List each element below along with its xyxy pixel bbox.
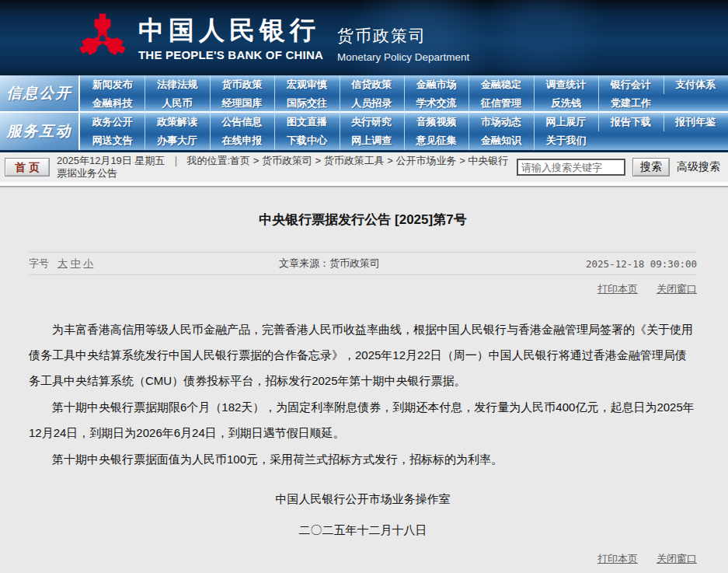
search-input[interactable] [517,159,625,176]
article-datetime: 2025-12-18 09:30:00 [586,258,697,270]
page-actions-bottom: 打印本页 关闭窗口 [29,552,697,566]
nav-item[interactable]: 国际交往 [274,94,339,113]
nav-item[interactable]: 网上展厅 [534,113,598,131]
signature-office: 中国人民银行公开市场业务操作室 [29,491,697,507]
nav-item[interactable]: 征信管理 [468,94,533,113]
breadcrumb-link[interactable]: 首页 [230,155,250,166]
nav-section-label[interactable]: 信息公开 [0,75,80,111]
site-header: 中国人民银行 THE PEOPLE'S BANK OF CHINA 货币政策司 … [0,0,728,75]
nav-item[interactable]: 市场动态 [468,113,533,131]
home-button[interactable]: 首 页 [5,158,50,176]
font-size-large[interactable]: 大 [57,257,68,269]
article-meta-bar: 字号大 中 小 文章来源：货币政策司 2025-12-18 09:30:00 [29,252,697,275]
article-paragraph: 第十期中央银行票据期限6个月（182天），为固定利率附息债券，到期还本付息，发行… [29,394,697,445]
nav-item[interactable]: 办事大厅 [145,131,209,150]
nav-item[interactable]: 网上调查 [340,131,404,150]
bank-name-block: 中国人民银行 THE PEOPLE'S BANK OF CHINA [138,15,323,61]
nav-item[interactable]: 网送文告 [80,131,145,150]
nav-item[interactable]: 银行会计 [598,75,663,94]
nav-item[interactable]: 信贷政策 [340,75,404,94]
article-paragraph: 为丰富香港高信用等级人民币金融产品，完善香港人民币收益率曲线，根据中国人民银行与… [29,316,697,393]
source-label: 文章来源： [279,257,329,269]
breadcrumb-link[interactable]: 货币政策司 [262,155,312,166]
nav-item[interactable]: 学术交流 [404,94,468,113]
article-body: 为丰富香港高信用等级人民币金融产品，完善香港人民币收益率曲线，根据中国人民银行与… [29,316,697,472]
close-link[interactable]: 关闭窗口 [657,552,697,566]
search-group: 搜索 高级搜索 [517,158,720,176]
date-separator: ｜ [168,155,183,166]
nav-item[interactable]: 下载中心 [274,131,339,150]
signature-date: 二〇二五年十二月十八日 [29,522,697,538]
nav-grid: 新闻发布法律法规货币政策宏观审慎信贷政策金融市场金融稳定调查统计银行会计支付体系… [80,75,728,111]
article-paragraph: 第十期中央银行票据面值为人民币100元，采用荷兰式招标方式发行，招标标的为利率。 [29,446,697,472]
page: 中国人民银行 THE PEOPLE'S BANK OF CHINA 货币政策司 … [0,0,728,573]
article-source: 文章来源：货币政策司 [279,257,586,271]
font-size-links: 大 中 小 [57,257,93,271]
toolbar-divider [0,182,728,187]
nav-item[interactable]: 金融稳定 [468,75,533,94]
print-link[interactable]: 打印本页 [597,282,638,296]
department-name-en: Monetary Policy Department [337,51,469,63]
nav-item[interactable]: 政策解读 [145,113,209,131]
print-link[interactable]: 打印本页 [597,552,638,566]
nav-section-label[interactable]: 服务互动 [0,113,80,150]
font-size-label: 字号 [29,257,49,271]
nav-item[interactable]: 法律法规 [145,75,209,94]
nav-item[interactable]: 宏观审慎 [274,75,339,94]
pboc-logo-icon [78,8,127,68]
nav-item[interactable]: 货币政策 [210,75,274,94]
nav-item[interactable]: 图文直播 [274,113,339,131]
nav-item[interactable]: 公告信息 [210,113,274,131]
font-size-controls: 字号大 中 小 [29,257,279,271]
source-value: 货币政策司 [329,257,380,269]
nav-item[interactable]: 反洗钱 [534,94,598,113]
nav-item[interactable]: 人民币 [145,94,209,113]
nav-item[interactable]: 金融知识 [468,131,533,150]
close-link[interactable]: 关闭窗口 [657,282,697,296]
bank-name-en: THE PEOPLE'S BANK OF CHINA [138,48,323,61]
nav-grid: 政务公开政策解读公告信息图文直播央行研究音频视频市场动态网上展厅报告下载报刊年鉴… [80,113,728,150]
nav-item[interactable]: 金融市场 [404,75,468,94]
nav-item[interactable]: 关于我们 [534,131,598,150]
nav-item[interactable]: 报刊年鉴 [664,113,728,131]
nav-item[interactable]: 在线申报 [210,131,274,150]
font-size-medium[interactable]: 中 [71,257,81,269]
article-title: 中央银行票据发行公告 [2025]第7号 [29,211,697,229]
font-size-small[interactable]: 小 [83,257,93,269]
advanced-search-link[interactable]: 高级搜索 [677,160,720,174]
department-block: 货币政策司 Monetary Policy Department [337,12,469,63]
nav-item[interactable]: 金融科技 [80,94,145,113]
bank-name-cn: 中国人民银行 [138,15,323,46]
department-name-cn: 货币政策司 [337,25,469,47]
nav-item[interactable]: 新闻发布 [80,75,145,94]
nav-menu: 信息公开新闻发布法律法规货币政策宏观审慎信贷政策金融市场金融稳定调查统计银行会计… [0,75,728,150]
search-button[interactable]: 搜索 [632,158,670,176]
nav-item[interactable]: 央行研究 [340,113,404,131]
nav-item[interactable]: 政务公开 [80,113,145,131]
toolbar: 首 页 2025年12月19日 星期五 ｜ 我的位置:首页 > 货币政策司 > … [0,152,728,182]
nav-cell-empty [664,131,728,150]
nav-section: 信息公开新闻发布法律法规货币政策宏观审慎信贷政策金融市场金融稳定调查统计银行会计… [0,75,728,113]
nav-cell-empty [664,94,728,113]
nav-item[interactable]: 调查统计 [534,75,598,94]
nav-item[interactable]: 音频视频 [404,113,468,131]
nav-item[interactable]: 人员招录 [340,94,404,113]
nav-item[interactable]: 经理国库 [210,94,274,113]
breadcrumb-link[interactable]: 货币政策工具 [324,155,385,166]
breadcrumb-area: 2025年12月19日 星期五 ｜ 我的位置:首页 > 货币政策司 > 货币政策… [57,155,510,180]
article: 中央银行票据发行公告 [2025]第7号 字号大 中 小 文章来源：货币政策司 … [0,211,728,573]
nav-item[interactable]: 报告下载 [598,113,663,131]
breadcrumb-link[interactable]: 公开市场业务 [396,155,457,166]
nav-item[interactable]: 意见征集 [404,131,468,150]
nav-item[interactable]: 党建工作 [598,94,663,113]
nav-cell-empty [598,131,663,150]
page-actions-top: 打印本页 关闭窗口 [29,282,697,296]
nav-section: 服务互动政务公开政策解读公告信息图文直播央行研究音频视频市场动态网上展厅报告下载… [0,113,728,150]
current-date: 2025年12月19日 星期五 [57,155,165,166]
nav-item[interactable]: 支付体系 [664,75,728,94]
